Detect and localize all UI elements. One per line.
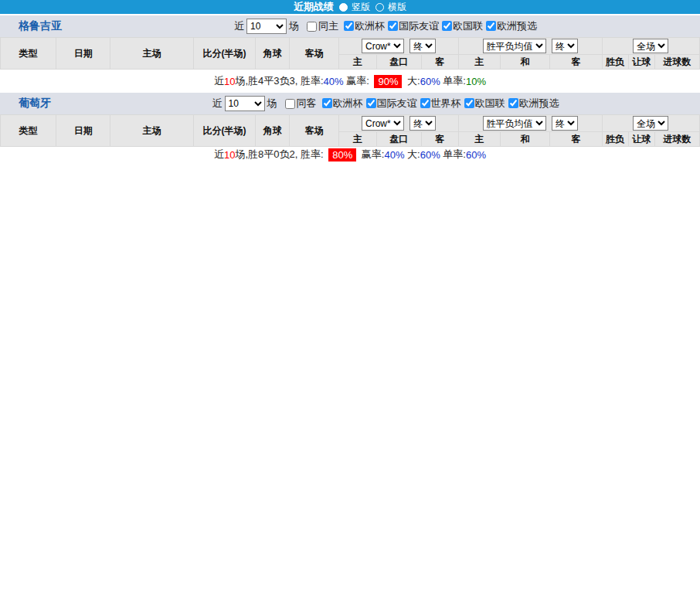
recent-count-select[interactable]: 10	[225, 96, 265, 111]
sub-handicap: 盘口	[376, 132, 421, 147]
league-checkbox[interactable]	[366, 98, 376, 108]
league-label: 国际友谊	[399, 19, 439, 33]
odds-source-select[interactable]: Crow*	[362, 116, 404, 131]
summary-segment: 大:	[404, 148, 420, 162]
sub-handicap-result: 让球	[628, 132, 654, 147]
league-filter-group: 欧洲杯国际友谊世界杯欧国联欧洲预选	[319, 97, 559, 111]
same-venue-option[interactable]: 同主	[301, 19, 338, 33]
summary-segment: 单率:	[440, 74, 466, 88]
league-checkbox[interactable]	[322, 98, 332, 108]
horizontal-layout-label[interactable]: 横版	[388, 1, 406, 14]
portugal-matches-table: 类型 日期 主场 比分(半场) 角球 客场 Crow* 终 胜平负均值 终 全场…	[0, 114, 700, 147]
league-checkbox[interactable]	[464, 98, 474, 108]
summary-segment: 90%	[374, 75, 402, 88]
sub-away-odds: 客	[421, 132, 458, 147]
odds-final-select[interactable]: 终	[409, 39, 436, 53]
recent-count-select[interactable]: 10	[246, 19, 287, 34]
league-checkbox[interactable]	[442, 21, 452, 31]
sub-avg-draw: 和	[501, 132, 550, 147]
horizontal-layout-radio[interactable]	[375, 3, 384, 12]
sub-home-odds: 主	[339, 132, 376, 147]
league-label: 欧国联	[453, 19, 483, 33]
league-label: 国际友谊	[377, 97, 417, 110]
col-date: 日期	[56, 115, 110, 147]
league-checkbox[interactable]	[486, 21, 496, 31]
league-checkbox[interactable]	[508, 98, 518, 108]
col-score: 比分(半场)	[193, 38, 255, 70]
league-filter-option[interactable]: 世界杯	[417, 97, 461, 110]
col-score: 比分(半场)	[193, 115, 255, 147]
avg-final-select[interactable]: 终	[552, 116, 578, 131]
col-away: 客场	[290, 38, 339, 70]
near-label: 近	[212, 97, 223, 110]
avg-final-select[interactable]: 终	[552, 39, 578, 53]
summary-segment: 大:	[404, 74, 420, 88]
team-section-header-portugal: 葡萄牙 近 10 场 同客 欧洲杯国际友谊世界杯欧国联欧洲预选	[0, 93, 700, 114]
sub-avg-home: 主	[458, 55, 500, 70]
summary-segment: 10	[224, 76, 235, 87]
sub-avg-home: 主	[458, 132, 500, 147]
same-venue-option[interactable]: 同客	[280, 97, 317, 110]
league-filter-option[interactable]: 欧洲预选	[483, 19, 537, 33]
col-type: 类型	[1, 38, 56, 70]
col-away: 客场	[290, 115, 339, 147]
scope-select[interactable]: 全场	[633, 116, 668, 131]
games-label: 场	[267, 97, 277, 110]
georgia-summary: 近10场,胜4平3负3, 胜率:40% 赢率: 90% 大:60% 单率:10%	[0, 70, 700, 93]
odds-final-select[interactable]: 终	[409, 116, 436, 131]
summary-segment: 近	[214, 74, 224, 88]
vertical-layout-radio[interactable]	[339, 3, 348, 12]
league-filter-option[interactable]: 欧国联	[439, 19, 483, 33]
league-label: 欧洲杯	[355, 19, 385, 33]
col-home: 主场	[110, 38, 193, 70]
team-name: 格鲁吉亚	[19, 19, 62, 33]
summary-segment: 10%	[466, 76, 486, 87]
filter-bar: 近 10 场 同主 欧洲杯国际友谊欧国联欧洲预选	[234, 19, 537, 34]
league-checkbox[interactable]	[344, 21, 354, 31]
col-date: 日期	[56, 38, 110, 70]
league-filter-option[interactable]: 欧洲杯	[319, 97, 363, 110]
league-filter-option[interactable]: 欧洲预选	[505, 97, 559, 110]
portugal-summary: 近10场,胜8平0负2, 胜率: 80% 赢率:40% 大:60% 单率:60%	[0, 147, 700, 162]
league-filter-option[interactable]: 国际友谊	[363, 97, 417, 110]
league-label: 欧洲预选	[519, 97, 559, 110]
filter-bar: 近 10 场 同客 欧洲杯国际友谊世界杯欧国联欧洲预选	[212, 96, 559, 111]
col-corner: 角球	[256, 115, 290, 147]
odds-source-select[interactable]: Crow*	[362, 39, 404, 53]
league-checkbox[interactable]	[388, 21, 398, 31]
near-label: 近	[234, 19, 244, 33]
sub-handicap: 盘口	[376, 55, 421, 70]
summary-segment: 赢率:	[344, 74, 372, 88]
sub-avg-away: 客	[550, 55, 602, 70]
same-venue-checkbox[interactable]	[285, 99, 295, 109]
games-label: 场	[289, 19, 299, 33]
scope-select[interactable]: 全场	[633, 39, 668, 53]
league-filter-group: 欧洲杯国际友谊欧国联欧洲预选	[341, 19, 537, 34]
col-home: 主场	[110, 115, 193, 147]
same-venue-label: 同客	[297, 97, 317, 110]
league-filter-option[interactable]: 欧国联	[461, 97, 505, 110]
league-filter-option[interactable]: 国际友谊	[385, 19, 439, 33]
sub-avg-away: 客	[550, 132, 602, 147]
summary-segment: 60%	[466, 149, 486, 161]
same-venue-checkbox[interactable]	[307, 22, 317, 32]
sub-goals-result: 进球数	[654, 55, 699, 70]
summary-segment: 近	[214, 148, 224, 162]
vertical-layout-label[interactable]: 竖版	[352, 1, 370, 14]
league-label: 欧国联	[475, 97, 505, 110]
avg-type-select[interactable]: 胜平负均值	[483, 116, 546, 131]
sub-avg-draw: 和	[501, 55, 550, 70]
league-label: 欧洲预选	[497, 19, 537, 33]
summary-segment: 40%	[324, 76, 344, 87]
page-title: 近期战绩	[294, 0, 334, 14]
avg-type-select[interactable]: 胜平负均值	[483, 39, 546, 53]
league-filter-option[interactable]: 欧洲杯	[341, 19, 385, 33]
team-section-header-georgia: 格鲁吉亚 近 10 场 同主 欧洲杯国际友谊欧国联欧洲预选	[0, 15, 700, 37]
league-checkbox[interactable]	[420, 98, 430, 108]
summary-segment: 场,胜8平0负2, 胜率:	[235, 148, 326, 162]
sub-handicap-result: 让球	[628, 55, 654, 70]
summary-segment: 场,胜4平3负3, 胜率:	[235, 74, 323, 88]
sub-away-odds: 客	[421, 55, 458, 70]
league-label: 世界杯	[431, 97, 461, 110]
summary-segment: 40%	[384, 149, 404, 161]
